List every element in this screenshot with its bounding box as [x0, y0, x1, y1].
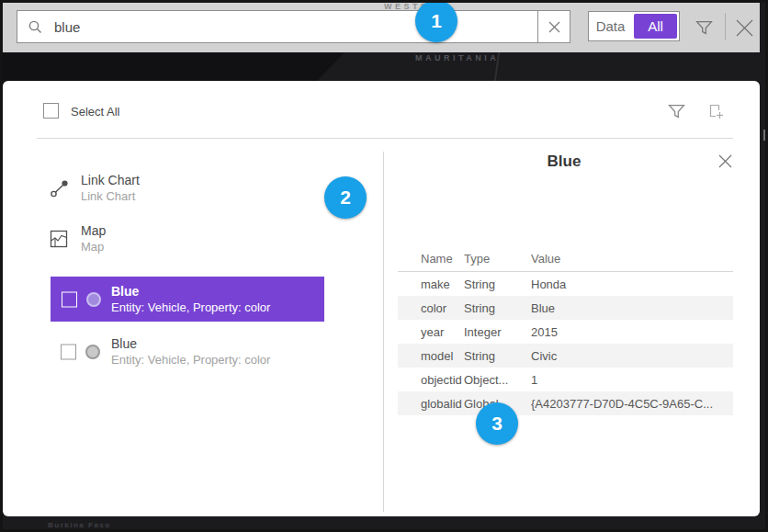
cell-value: 2015 — [531, 325, 733, 339]
cell-name: model — [398, 349, 464, 363]
search-icon — [28, 19, 43, 35]
column-header-name: Name — [398, 252, 464, 266]
cell-type: Integer — [464, 325, 531, 339]
cell-type: String — [464, 277, 531, 291]
toolbar-divider — [725, 13, 726, 40]
result-subtitle: Entity: Vehicle, Property: color — [111, 300, 270, 314]
search-clear-button[interactable] — [537, 11, 570, 42]
cell-value: Civic — [531, 349, 733, 363]
cell-name: globalid — [398, 397, 464, 411]
result-item-map[interactable]: Map Map — [3, 213, 383, 264]
table-row: globalid Global... {A4203777-D70D-4C5C-9… — [398, 391, 733, 415]
map-label-mauritania: MAURITANIA — [415, 53, 499, 62]
cell-name: color — [398, 301, 464, 315]
attribute-table: Name Type Value make String Honda color … — [398, 246, 733, 415]
callout-badge-3: 3 — [476, 402, 518, 445]
detail-close-button[interactable] — [715, 151, 735, 171]
callout-badge-1: 1 — [415, 0, 457, 42]
table-row: color String Blue — [398, 296, 733, 320]
cell-name: make — [398, 277, 464, 291]
result-subtitle: Map — [81, 240, 106, 254]
cell-value: Blue — [531, 301, 733, 315]
add-to-list-button[interactable] — [705, 99, 728, 123]
search-input[interactable] — [43, 19, 537, 35]
result-checkbox[interactable] — [61, 344, 76, 359]
column-header-value: Value — [531, 252, 733, 266]
search-box — [17, 10, 570, 43]
cell-type: String — [464, 349, 531, 363]
select-all-label: Select All — [71, 105, 119, 119]
results-dialog: Select All Link Chart Link Chart — [3, 81, 760, 516]
results-filter-button[interactable] — [664, 99, 688, 123]
cell-value: Honda — [531, 277, 733, 291]
cell-type: String — [464, 301, 531, 315]
map-label-burkina-faso: Burkina Faso — [48, 521, 111, 529]
scope-toggle-all[interactable]: All — [634, 14, 677, 39]
result-subtitle: Link Chart — [81, 189, 140, 203]
search-toolbar: WESTERN Data All — [3, 3, 760, 52]
table-row: make String Honda — [398, 272, 733, 296]
link-chart-icon — [49, 177, 71, 199]
result-list: Link Chart Link Chart Map Map Blue En — [3, 152, 383, 374]
cell-value: 1 — [531, 373, 733, 387]
table-row: objectid Object... 1 — [398, 368, 733, 391]
table-row: year Integer 2015 — [398, 320, 733, 344]
callout-badge-2: 2 — [324, 176, 367, 219]
result-subtitle: Entity: Vehicle, Property: color — [111, 353, 270, 367]
cell-name: objectid — [398, 373, 464, 387]
result-item-blue[interactable]: Blue Entity: Vehicle, Property: color — [3, 329, 383, 374]
detail-title: Blue — [395, 153, 733, 171]
result-checkbox[interactable] — [62, 291, 77, 307]
select-all-checkbox[interactable] — [43, 103, 59, 119]
filter-button[interactable] — [692, 16, 716, 40]
result-title: Blue — [111, 284, 270, 299]
result-title: Map — [81, 223, 106, 238]
cell-value: {A4203777-D70D-4C5C-9A65-C... — [531, 397, 733, 411]
result-item-blue-selected[interactable]: Blue Entity: Vehicle, Property: color — [51, 277, 324, 322]
result-title: Blue — [111, 336, 270, 351]
entity-circle-icon — [86, 292, 101, 307]
map-scrollbar-thumb[interactable] — [763, 130, 766, 141]
entity-circle-icon — [85, 345, 100, 359]
list-detail-divider — [383, 152, 384, 512]
column-header-type: Type — [464, 252, 531, 266]
map-landmass — [3, 52, 344, 81]
cell-type: Object... — [464, 373, 531, 387]
scope-toggle: Data All — [588, 11, 680, 41]
cell-name: year — [398, 325, 464, 339]
table-header-row: Name Type Value — [398, 246, 733, 272]
table-row: model String Civic — [398, 344, 733, 368]
search-close-button[interactable] — [732, 16, 756, 40]
results-header: Select All — [3, 81, 760, 138]
scope-toggle-data[interactable]: Data — [589, 12, 632, 40]
map-icon — [49, 229, 69, 249]
detail-panel: Blue Name Type Value make String Honda c… — [395, 138, 733, 516]
result-title: Link Chart — [81, 173, 140, 187]
app-screen: MAURITANIA Burkina Faso WESTERN Data All — [0, 0, 768, 532]
